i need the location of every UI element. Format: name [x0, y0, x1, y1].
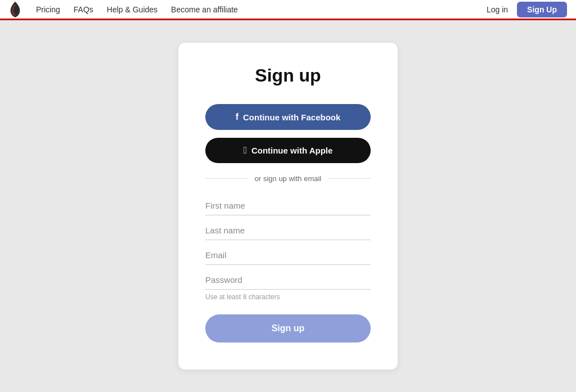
divider-line-left	[205, 178, 248, 179]
last-name-input[interactable]	[205, 219, 371, 240]
first-name-input[interactable]	[205, 194, 371, 215]
apple-continue-button[interactable]:  Continue with Apple	[205, 138, 371, 163]
navbar-right: Log in Sign Up	[487, 2, 567, 17]
divider-line-right	[328, 178, 371, 179]
facebook-button-label: Continue with Facebook	[243, 112, 340, 122]
last-name-group	[205, 219, 371, 240]
nav-signup-button[interactable]: Sign Up	[517, 2, 567, 17]
facebook-icon: f	[236, 112, 238, 122]
email-group	[205, 244, 371, 265]
nav-link-help[interactable]: Help & Guides	[107, 5, 158, 14]
apple-icon: 	[244, 146, 247, 155]
navbar: Pricing FAQs Help & Guides Become an aff…	[0, 0, 576, 20]
password-hint: Use at least 8 characters	[205, 293, 371, 301]
main-content: Sign up f Continue with Facebook  Conti…	[0, 20, 576, 392]
nav-link-pricing[interactable]: Pricing	[36, 5, 60, 14]
divider-text: or sign up with email	[248, 174, 328, 183]
signup-title: Sign up	[205, 65, 371, 86]
signup-card: Sign up f Continue with Facebook  Conti…	[178, 43, 398, 370]
apple-button-label: Continue with Apple	[251, 146, 332, 155]
divider: or sign up with email	[205, 174, 371, 183]
nav-link-affiliate[interactable]: Become an affiliate	[171, 5, 238, 14]
first-name-group	[205, 194, 371, 215]
email-input[interactable]	[205, 244, 371, 265]
password-input[interactable]	[205, 268, 371, 290]
login-link[interactable]: Log in	[487, 5, 508, 14]
password-group	[205, 268, 371, 290]
social-buttons: f Continue with Facebook  Continue with…	[205, 104, 371, 163]
logo	[9, 2, 25, 17]
navbar-links: Pricing FAQs Help & Guides Become an aff…	[36, 5, 238, 14]
signup-submit-button[interactable]: Sign up	[205, 314, 371, 343]
facebook-continue-button[interactable]: f Continue with Facebook	[205, 104, 371, 130]
nav-link-faqs[interactable]: FAQs	[74, 5, 93, 14]
